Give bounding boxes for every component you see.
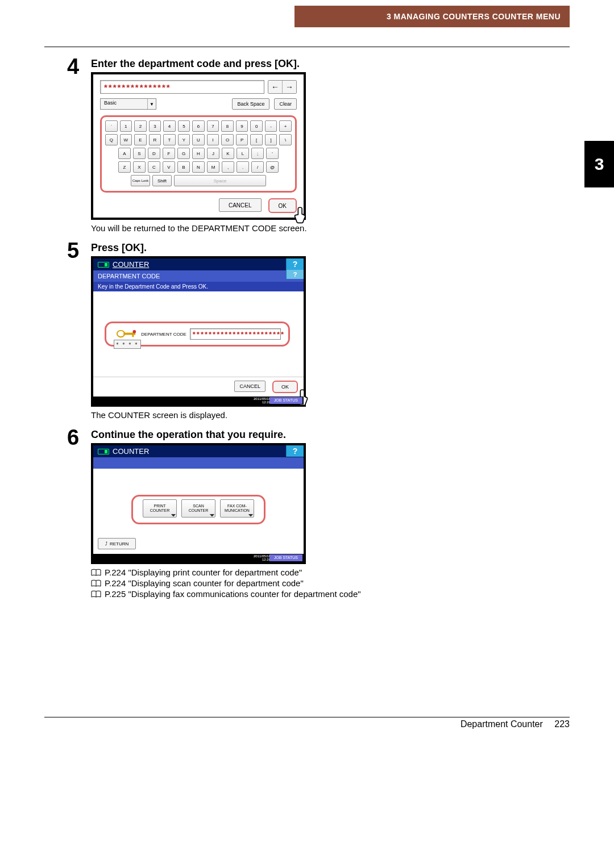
cancel-button[interactable]: CANCEL	[219, 198, 262, 212]
reference-link[interactable]: P.224 "Displaying print counter for depa…	[91, 567, 570, 577]
reference-text: P.225 "Displaying fax communications cou…	[105, 589, 361, 599]
key-x[interactable]: X	[133, 161, 146, 173]
svg-rect-2	[132, 333, 134, 337]
reference-link[interactable]: P.224 "Displaying scan counter for depar…	[91, 578, 570, 588]
key-p[interactable]: P	[236, 134, 248, 145]
key-;[interactable]: ;	[251, 148, 264, 159]
help-sub-button[interactable]: ?	[286, 270, 304, 279]
keyboard-row-4: ZXCVBNM,./@	[105, 161, 292, 173]
space-key[interactable]: Space	[174, 175, 266, 186]
key-s[interactable]: S	[133, 148, 146, 159]
footer-page-number: 223	[554, 719, 570, 729]
key-3[interactable]: 3	[149, 120, 161, 132]
key-k[interactable]: K	[222, 148, 234, 159]
key-i[interactable]: I	[207, 134, 219, 145]
capslock-key[interactable]: Caps Lock	[131, 175, 150, 186]
key-o[interactable]: O	[221, 134, 234, 145]
key-5[interactable]: 5	[178, 120, 190, 132]
clear-button[interactable]: Clear	[274, 98, 297, 110]
key-j[interactable]: J	[207, 148, 219, 159]
key-@[interactable]: @	[266, 161, 279, 173]
book-icon	[91, 590, 101, 598]
job-status-button[interactable]: JOB STATUS	[269, 397, 302, 404]
dept-code-field[interactable]: ***********************	[190, 328, 281, 340]
reference-list: P.224 "Displaying print counter for depa…	[91, 567, 570, 599]
screen-subtitle-bar	[93, 457, 304, 469]
key-f[interactable]: F	[163, 148, 175, 159]
key-m[interactable]: M	[207, 161, 219, 173]
backspace-button[interactable]: Back Space	[232, 98, 269, 110]
dropdown-arrow-icon: ▼	[147, 99, 156, 109]
department-code-screenshot: COUNTER ? ? DEPARTMENT CODE Key in the D…	[91, 256, 306, 407]
key--[interactable]: -	[265, 120, 277, 132]
print-counter-button[interactable]: PRINT COUNTER	[143, 499, 177, 518]
key-b[interactable]: B	[177, 161, 190, 173]
key-l[interactable]: L	[237, 148, 249, 159]
key-h[interactable]: H	[192, 148, 205, 159]
key-n[interactable]: N	[192, 161, 205, 173]
key-icon	[116, 329, 138, 339]
keyboard-mode-dropdown[interactable]: Basic ▼	[100, 98, 156, 110]
shift-key[interactable]: Shift	[152, 175, 172, 186]
cursor-left-button[interactable]: ←	[268, 81, 282, 93]
key-c[interactable]: C	[148, 161, 160, 173]
help-button[interactable]: ?	[286, 445, 304, 457]
key-a[interactable]: A	[118, 148, 131, 159]
ok-button[interactable]: OK	[272, 381, 298, 393]
key-+[interactable]: +	[279, 120, 292, 132]
key-[[interactable]: [	[250, 134, 263, 145]
cursor-right-button[interactable]: →	[282, 81, 296, 93]
key-w[interactable]: W	[120, 134, 132, 145]
key-v[interactable]: V	[163, 161, 175, 173]
reference-text: P.224 "Displaying scan counter for depar…	[105, 578, 304, 588]
key-z[interactable]: Z	[118, 161, 131, 173]
cancel-button[interactable]: CANCEL	[234, 381, 265, 392]
dept-code-label: DEPARTMENT CODE	[141, 332, 186, 337]
key-8[interactable]: 8	[221, 120, 234, 132]
step-number: 4	[67, 56, 91, 77]
reference-link[interactable]: P.225 "Displaying fax communications cou…	[91, 589, 570, 599]
ok-button[interactable]: OK	[268, 198, 297, 213]
key-g[interactable]: G	[177, 148, 190, 159]
bottom-rule	[44, 717, 570, 717]
key-y[interactable]: Y	[178, 134, 190, 145]
key-9[interactable]: 9	[236, 120, 248, 132]
fax-communication-button[interactable]: FAX COM- MUNICATION	[220, 499, 254, 518]
chapter-header-text: 3 MANAGING COUNTERS COUNTER MENU	[387, 12, 561, 21]
key-1[interactable]: 1	[120, 120, 132, 132]
key-6[interactable]: 6	[192, 120, 205, 132]
screen-instruction-bar: Key in the Department Code and Press OK.	[93, 282, 304, 291]
dept-code-field-value: ***********************	[193, 330, 285, 339]
job-status-button[interactable]: JOB STATUS	[269, 554, 302, 561]
screen-titlebar: COUNTER ?	[93, 445, 304, 457]
key-7[interactable]: 7	[207, 120, 219, 132]
keyboard-row-5: Caps Lock Shift Space	[105, 175, 292, 186]
step-4: 4 Enter the department code and press [O…	[67, 58, 570, 239]
key-'[interactable]: '	[266, 148, 279, 159]
masked-display: ＊＊＊＊	[114, 340, 141, 349]
step-number: 5	[67, 240, 91, 261]
cursor-arrow-group: ← →	[268, 80, 297, 94]
key-.[interactable]: .	[237, 161, 249, 173]
key-u[interactable]: U	[192, 134, 205, 145]
scan-counter-button[interactable]: SCAN COUNTER	[181, 499, 215, 518]
chapter-side-tab-number: 3	[595, 155, 604, 174]
dept-code-input[interactable]: ***************	[100, 80, 264, 94]
key-,[interactable]: ,	[222, 161, 234, 173]
key-q[interactable]: Q	[105, 134, 118, 145]
key-t[interactable]: T	[163, 134, 176, 145]
keyboard-row-2: QWERTYUIOP[]\	[105, 134, 292, 145]
key-d[interactable]: D	[148, 148, 160, 159]
key-r[interactable]: R	[149, 134, 161, 145]
key-e[interactable]: E	[134, 134, 147, 145]
help-button[interactable]: ?	[286, 258, 304, 270]
key-2[interactable]: 2	[134, 120, 147, 132]
key-\[interactable]: \	[279, 134, 292, 145]
key-4[interactable]: 4	[163, 120, 176, 132]
key-`[interactable]: `	[105, 120, 118, 132]
return-button[interactable]: ⤴ RETURN	[98, 538, 136, 549]
keyboard-highlight-ring: `1234567890-+ QWERTYUIOP[]\ ASDFGHJKL;' …	[100, 115, 297, 193]
key-/[interactable]: /	[251, 161, 264, 173]
key-0[interactable]: 0	[250, 120, 263, 132]
key-][interactable]: ]	[265, 134, 277, 145]
